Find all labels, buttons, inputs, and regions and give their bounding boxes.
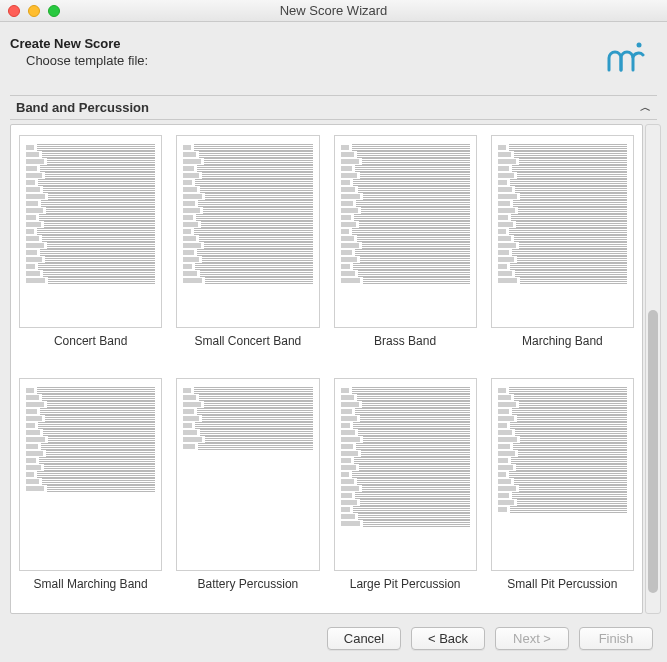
window-title: New Score Wizard (0, 3, 667, 18)
zoom-window-button[interactable] (48, 5, 60, 17)
template-thumbnail (491, 378, 634, 571)
titlebar: New Score Wizard (0, 0, 667, 22)
template-item[interactable]: Brass Band (334, 135, 477, 360)
finish-button[interactable]: Finish (579, 627, 653, 650)
template-grid: Concert BandSmall Concert BandBrass Band… (10, 124, 643, 614)
wizard-header: Create New Score Choose template file: (0, 22, 667, 83)
template-thumbnail (334, 378, 477, 571)
wizard-header-text: Create New Score Choose template file: (10, 36, 148, 68)
musescore-logo-icon (605, 36, 649, 77)
template-label: Small Concert Band (195, 334, 302, 348)
template-label: Battery Percussion (198, 577, 299, 591)
wizard-footer: Cancel < Back Next > Finish (327, 627, 653, 650)
wizard-subheading: Choose template file: (26, 53, 148, 68)
close-window-button[interactable] (8, 5, 20, 17)
window-controls (0, 5, 60, 17)
wizard-heading: Create New Score (10, 36, 148, 51)
template-item[interactable]: Small Concert Band (176, 135, 319, 360)
template-label: Small Pit Percussion (507, 577, 617, 591)
template-scroll-area: Concert BandSmall Concert BandBrass Band… (10, 124, 661, 614)
template-thumbnail (491, 135, 634, 328)
template-item[interactable]: Marching Band (491, 135, 634, 360)
template-label: Concert Band (54, 334, 127, 348)
template-thumbnail (334, 135, 477, 328)
template-thumbnail (176, 378, 319, 571)
template-label: Brass Band (374, 334, 436, 348)
minimize-window-button[interactable] (28, 5, 40, 17)
template-label: Small Marching Band (34, 577, 148, 591)
template-thumbnail (19, 378, 162, 571)
back-button[interactable]: < Back (411, 627, 485, 650)
section-title: Band and Percussion (16, 100, 149, 115)
template-label: Large Pit Percussion (350, 577, 461, 591)
svg-point-0 (637, 43, 642, 48)
scrollbar-thumb[interactable] (648, 310, 658, 593)
scrollbar[interactable] (645, 124, 661, 614)
template-item[interactable]: Battery Percussion (176, 378, 319, 603)
template-item[interactable]: Small Marching Band (19, 378, 162, 603)
template-item[interactable]: Concert Band (19, 135, 162, 360)
next-button[interactable]: Next > (495, 627, 569, 650)
section-header[interactable]: Band and Percussion ︿ (10, 95, 657, 120)
template-thumbnail (19, 135, 162, 328)
template-item[interactable]: Large Pit Percussion (334, 378, 477, 603)
chevron-up-icon: ︿ (640, 100, 651, 115)
template-item[interactable]: Small Pit Percussion (491, 378, 634, 603)
cancel-button[interactable]: Cancel (327, 627, 401, 650)
template-label: Marching Band (522, 334, 603, 348)
template-thumbnail (176, 135, 319, 328)
